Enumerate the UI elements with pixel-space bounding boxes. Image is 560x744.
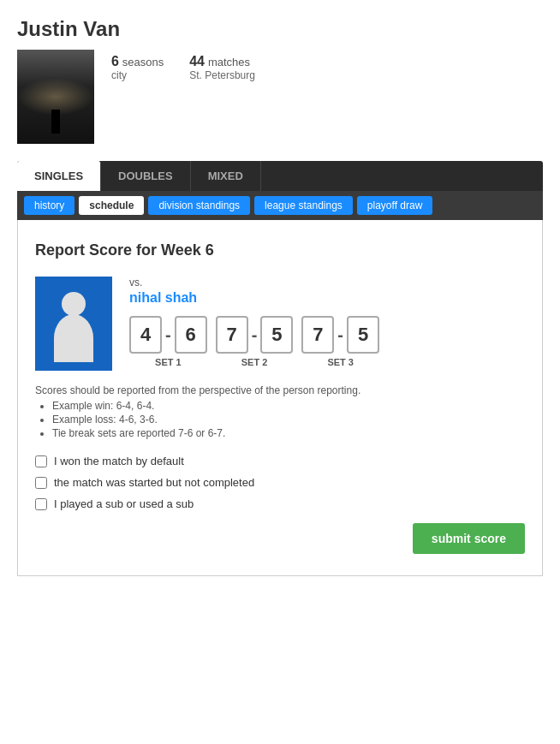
checkboxes-section: I won the match by default the match was… <box>35 455 525 510</box>
note-1: Example win: 6-4, 6-4. <box>52 400 525 412</box>
checkbox-default[interactable] <box>35 455 47 467</box>
set-1-block: 4 - 6 SET 1 <box>129 316 207 367</box>
checkbox-sub[interactable] <box>35 498 47 510</box>
set-1-scores: 4 - 6 <box>129 316 207 354</box>
tab-mixed[interactable]: MIXED <box>191 161 261 191</box>
city-label: city <box>111 69 164 81</box>
note-3: Tie break sets are reported 7-6 or 6-7. <box>52 427 525 439</box>
set1-score2[interactable]: 6 <box>175 316 207 354</box>
scores-row: 4 - 6 SET 1 7 - 5 SET 2 <box>129 316 525 367</box>
submit-row: submit score <box>35 523 525 554</box>
subtab-division-standings[interactable]: division standings <box>148 196 250 215</box>
set-2-block: 7 - 5 SET 2 <box>216 316 294 367</box>
checkbox-sub-row: I played a sub or used a sub <box>35 497 525 510</box>
vs-label: vs. <box>129 277 525 289</box>
section-title: Report Score for Week 6 <box>35 241 525 259</box>
set-3-block: 7 - 5 SET 3 <box>301 316 379 367</box>
set3-score1[interactable]: 7 <box>301 316 334 354</box>
subtab-league-standings[interactable]: league standings <box>254 196 353 215</box>
set2-label: SET 2 <box>216 357 294 367</box>
seasons-label: seasons <box>122 56 164 68</box>
city-value: St. Petersburg <box>189 69 255 81</box>
sub-tabs-bar: history schedule division standings leag… <box>17 191 543 220</box>
profile-name: Justin Van <box>17 17 543 41</box>
main-tabs-bar: SINGLES DOUBLES MIXED <box>17 161 543 191</box>
set1-label: SET 1 <box>129 357 207 367</box>
profile-avatar <box>17 50 94 144</box>
set-3-scores: 7 - 5 <box>301 316 379 354</box>
set1-dash: - <box>165 325 171 345</box>
set1-score1[interactable]: 4 <box>129 316 162 354</box>
checkbox-not-completed-row: the match was started but not completed <box>35 476 525 489</box>
note-2: Example loss: 4-6, 3-6. <box>52 414 525 426</box>
profile-header: Justin Van 6 seasons city 44 matches St.… <box>17 17 543 144</box>
matches-label: matches <box>208 56 250 68</box>
set3-score2[interactable]: 5 <box>347 316 379 354</box>
set3-dash: - <box>337 325 343 345</box>
set2-score1[interactable]: 7 <box>216 316 248 354</box>
set-2-scores: 7 - 5 <box>216 316 294 354</box>
opponent-name[interactable]: nihal shah <box>129 290 525 306</box>
avatar-person <box>51 110 60 134</box>
silhouette-body <box>54 314 93 362</box>
profile-info-row: 6 seasons city 44 matches St. Petersburg <box>17 50 543 144</box>
checkbox-not-completed[interactable] <box>35 477 47 489</box>
subtab-schedule[interactable]: schedule <box>79 196 144 215</box>
checkbox-default-row: I won the match by default <box>35 455 525 467</box>
content-area: Report Score for Week 6 vs. nihal shah 4… <box>17 220 543 576</box>
matches-count: 44 <box>189 54 205 68</box>
set2-dash: - <box>252 325 258 345</box>
subtab-playoff-draw[interactable]: playoff draw <box>357 196 432 215</box>
stat-seasons: 6 seasons city <box>111 54 164 81</box>
notes-list: Example win: 6-4, 6-4. Example loss: 4-6… <box>52 400 525 439</box>
submit-score-button[interactable]: submit score <box>413 523 525 554</box>
tab-doubles[interactable]: DOUBLES <box>101 161 191 191</box>
stat-matches: 44 matches St. Petersburg <box>189 54 255 81</box>
profile-stats: 6 seasons city 44 matches St. Petersburg <box>111 54 255 81</box>
subtab-history[interactable]: history <box>24 196 74 215</box>
match-report-row: vs. nihal shah 4 - 6 SET 1 <box>35 277 525 372</box>
checkbox-not-completed-label: the match was started but not completed <box>54 476 254 489</box>
page-wrapper: Justin Van 6 seasons city 44 matches St.… <box>0 0 560 744</box>
set2-score2[interactable]: 5 <box>260 316 293 354</box>
notes-section: Scores should be reported from the persp… <box>35 384 525 439</box>
checkbox-default-label: I won the match by default <box>54 455 184 467</box>
checkbox-sub-label: I played a sub or used a sub <box>54 497 194 510</box>
match-details: vs. nihal shah 4 - 6 SET 1 <box>129 277 525 372</box>
notes-intro: Scores should be reported from the persp… <box>35 384 525 396</box>
tab-singles[interactable]: SINGLES <box>17 161 101 191</box>
set3-label: SET 3 <box>301 357 379 367</box>
silhouette-head <box>62 292 86 316</box>
avatar-gradient <box>17 50 94 144</box>
player-silhouette <box>35 277 112 371</box>
seasons-count: 6 <box>111 54 119 68</box>
